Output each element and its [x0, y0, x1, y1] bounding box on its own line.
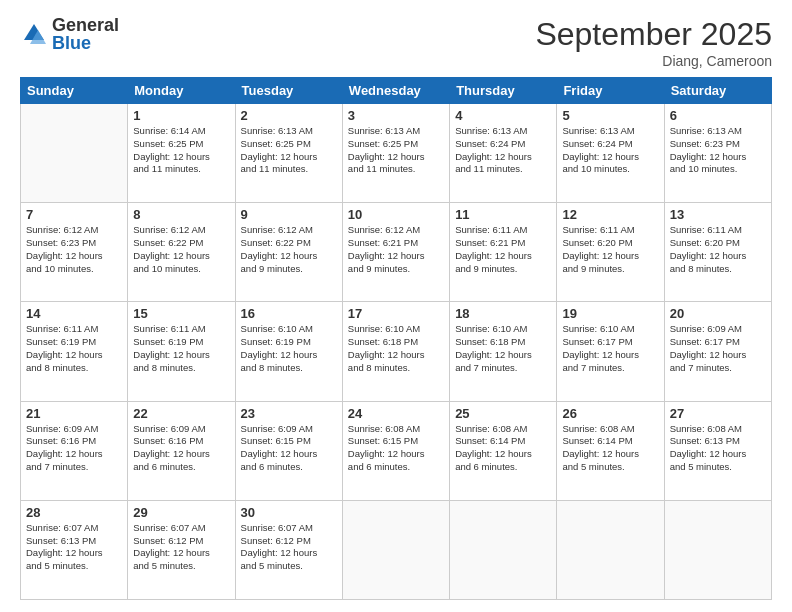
table-row: 24Sunrise: 6:08 AM Sunset: 6:15 PM Dayli… [342, 401, 449, 500]
day-info: Sunrise: 6:11 AM Sunset: 6:20 PM Dayligh… [670, 224, 766, 275]
header: General Blue September 2025 Diang, Camer… [20, 16, 772, 69]
month-title: September 2025 [535, 16, 772, 53]
col-monday: Monday [128, 78, 235, 104]
day-info: Sunrise: 6:14 AM Sunset: 6:25 PM Dayligh… [133, 125, 229, 176]
day-info: Sunrise: 6:13 AM Sunset: 6:24 PM Dayligh… [455, 125, 551, 176]
day-info: Sunrise: 6:07 AM Sunset: 6:12 PM Dayligh… [241, 522, 337, 573]
day-info: Sunrise: 6:12 AM Sunset: 6:21 PM Dayligh… [348, 224, 444, 275]
table-row [557, 500, 664, 599]
calendar-week-row: 1Sunrise: 6:14 AM Sunset: 6:25 PM Daylig… [21, 104, 772, 203]
day-number: 3 [348, 108, 444, 123]
table-row: 13Sunrise: 6:11 AM Sunset: 6:20 PM Dayli… [664, 203, 771, 302]
calendar: Sunday Monday Tuesday Wednesday Thursday… [20, 77, 772, 600]
col-friday: Friday [557, 78, 664, 104]
day-number: 9 [241, 207, 337, 222]
table-row [450, 500, 557, 599]
day-info: Sunrise: 6:07 AM Sunset: 6:12 PM Dayligh… [133, 522, 229, 573]
table-row [342, 500, 449, 599]
table-row [21, 104, 128, 203]
day-info: Sunrise: 6:10 AM Sunset: 6:18 PM Dayligh… [455, 323, 551, 374]
day-info: Sunrise: 6:10 AM Sunset: 6:17 PM Dayligh… [562, 323, 658, 374]
table-row: 27Sunrise: 6:08 AM Sunset: 6:13 PM Dayli… [664, 401, 771, 500]
day-number: 23 [241, 406, 337, 421]
table-row: 8Sunrise: 6:12 AM Sunset: 6:22 PM Daylig… [128, 203, 235, 302]
col-wednesday: Wednesday [342, 78, 449, 104]
day-number: 17 [348, 306, 444, 321]
day-number: 1 [133, 108, 229, 123]
day-info: Sunrise: 6:13 AM Sunset: 6:23 PM Dayligh… [670, 125, 766, 176]
table-row: 3Sunrise: 6:13 AM Sunset: 6:25 PM Daylig… [342, 104, 449, 203]
table-row: 29Sunrise: 6:07 AM Sunset: 6:12 PM Dayli… [128, 500, 235, 599]
day-info: Sunrise: 6:08 AM Sunset: 6:13 PM Dayligh… [670, 423, 766, 474]
calendar-week-row: 14Sunrise: 6:11 AM Sunset: 6:19 PM Dayli… [21, 302, 772, 401]
table-row: 22Sunrise: 6:09 AM Sunset: 6:16 PM Dayli… [128, 401, 235, 500]
table-row: 10Sunrise: 6:12 AM Sunset: 6:21 PM Dayli… [342, 203, 449, 302]
day-info: Sunrise: 6:12 AM Sunset: 6:22 PM Dayligh… [241, 224, 337, 275]
day-number: 12 [562, 207, 658, 222]
table-row: 19Sunrise: 6:10 AM Sunset: 6:17 PM Dayli… [557, 302, 664, 401]
table-row: 21Sunrise: 6:09 AM Sunset: 6:16 PM Dayli… [21, 401, 128, 500]
day-info: Sunrise: 6:10 AM Sunset: 6:18 PM Dayligh… [348, 323, 444, 374]
day-number: 14 [26, 306, 122, 321]
col-saturday: Saturday [664, 78, 771, 104]
table-row: 5Sunrise: 6:13 AM Sunset: 6:24 PM Daylig… [557, 104, 664, 203]
calendar-week-row: 28Sunrise: 6:07 AM Sunset: 6:13 PM Dayli… [21, 500, 772, 599]
day-info: Sunrise: 6:11 AM Sunset: 6:19 PM Dayligh… [133, 323, 229, 374]
day-info: Sunrise: 6:12 AM Sunset: 6:23 PM Dayligh… [26, 224, 122, 275]
day-number: 24 [348, 406, 444, 421]
table-row: 20Sunrise: 6:09 AM Sunset: 6:17 PM Dayli… [664, 302, 771, 401]
table-row: 26Sunrise: 6:08 AM Sunset: 6:14 PM Dayli… [557, 401, 664, 500]
col-sunday: Sunday [21, 78, 128, 104]
table-row: 15Sunrise: 6:11 AM Sunset: 6:19 PM Dayli… [128, 302, 235, 401]
day-number: 8 [133, 207, 229, 222]
day-info: Sunrise: 6:07 AM Sunset: 6:13 PM Dayligh… [26, 522, 122, 573]
table-row: 4Sunrise: 6:13 AM Sunset: 6:24 PM Daylig… [450, 104, 557, 203]
day-info: Sunrise: 6:09 AM Sunset: 6:15 PM Dayligh… [241, 423, 337, 474]
logo-general-text: General [52, 16, 119, 34]
day-number: 25 [455, 406, 551, 421]
calendar-week-row: 7Sunrise: 6:12 AM Sunset: 6:23 PM Daylig… [21, 203, 772, 302]
day-number: 5 [562, 108, 658, 123]
day-number: 20 [670, 306, 766, 321]
day-number: 15 [133, 306, 229, 321]
day-info: Sunrise: 6:09 AM Sunset: 6:16 PM Dayligh… [133, 423, 229, 474]
day-number: 28 [26, 505, 122, 520]
table-row [664, 500, 771, 599]
day-info: Sunrise: 6:10 AM Sunset: 6:19 PM Dayligh… [241, 323, 337, 374]
day-info: Sunrise: 6:11 AM Sunset: 6:19 PM Dayligh… [26, 323, 122, 374]
table-row: 2Sunrise: 6:13 AM Sunset: 6:25 PM Daylig… [235, 104, 342, 203]
day-info: Sunrise: 6:13 AM Sunset: 6:24 PM Dayligh… [562, 125, 658, 176]
day-info: Sunrise: 6:11 AM Sunset: 6:21 PM Dayligh… [455, 224, 551, 275]
table-row: 12Sunrise: 6:11 AM Sunset: 6:20 PM Dayli… [557, 203, 664, 302]
logo: General Blue [20, 16, 119, 52]
logo-icon [20, 20, 48, 48]
table-row: 23Sunrise: 6:09 AM Sunset: 6:15 PM Dayli… [235, 401, 342, 500]
day-info: Sunrise: 6:13 AM Sunset: 6:25 PM Dayligh… [241, 125, 337, 176]
calendar-week-row: 21Sunrise: 6:09 AM Sunset: 6:16 PM Dayli… [21, 401, 772, 500]
table-row: 9Sunrise: 6:12 AM Sunset: 6:22 PM Daylig… [235, 203, 342, 302]
day-number: 21 [26, 406, 122, 421]
day-info: Sunrise: 6:09 AM Sunset: 6:17 PM Dayligh… [670, 323, 766, 374]
day-info: Sunrise: 6:11 AM Sunset: 6:20 PM Dayligh… [562, 224, 658, 275]
day-info: Sunrise: 6:13 AM Sunset: 6:25 PM Dayligh… [348, 125, 444, 176]
day-number: 18 [455, 306, 551, 321]
table-row: 11Sunrise: 6:11 AM Sunset: 6:21 PM Dayli… [450, 203, 557, 302]
location: Diang, Cameroon [535, 53, 772, 69]
col-thursday: Thursday [450, 78, 557, 104]
title-block: September 2025 Diang, Cameroon [535, 16, 772, 69]
day-info: Sunrise: 6:12 AM Sunset: 6:22 PM Dayligh… [133, 224, 229, 275]
day-info: Sunrise: 6:08 AM Sunset: 6:15 PM Dayligh… [348, 423, 444, 474]
day-number: 11 [455, 207, 551, 222]
table-row: 16Sunrise: 6:10 AM Sunset: 6:19 PM Dayli… [235, 302, 342, 401]
day-number: 6 [670, 108, 766, 123]
calendar-header-row: Sunday Monday Tuesday Wednesday Thursday… [21, 78, 772, 104]
day-number: 16 [241, 306, 337, 321]
day-number: 22 [133, 406, 229, 421]
logo-blue-text: Blue [52, 34, 119, 52]
day-number: 4 [455, 108, 551, 123]
day-number: 30 [241, 505, 337, 520]
table-row: 14Sunrise: 6:11 AM Sunset: 6:19 PM Dayli… [21, 302, 128, 401]
table-row: 25Sunrise: 6:08 AM Sunset: 6:14 PM Dayli… [450, 401, 557, 500]
day-number: 13 [670, 207, 766, 222]
col-tuesday: Tuesday [235, 78, 342, 104]
